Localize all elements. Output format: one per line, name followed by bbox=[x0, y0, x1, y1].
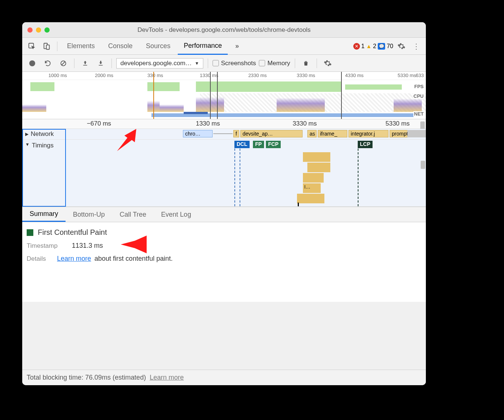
dropdown-caret-icon: ▼ bbox=[195, 61, 199, 66]
inspect-element-icon[interactable] bbox=[25, 40, 39, 53]
tbt-learn-more-link[interactable]: Learn more bbox=[150, 374, 184, 381]
overview-window-handle-left[interactable] bbox=[210, 72, 211, 119]
details-tab-strip: Summary Bottom-Up Call Tree Event Log bbox=[22, 207, 426, 222]
tab-event-log[interactable]: Event Log bbox=[154, 207, 198, 222]
save-profile-icon[interactable] bbox=[94, 57, 107, 70]
window-title: DevTools - developers.google.com/web/too… bbox=[50, 26, 398, 34]
clear-button[interactable] bbox=[57, 57, 70, 70]
record-button[interactable] bbox=[26, 57, 39, 70]
overview-tick: 1000 ms bbox=[49, 73, 67, 78]
lcp-marker[interactable]: LCP bbox=[358, 141, 373, 148]
tab-sources[interactable]: Sources bbox=[140, 38, 176, 55]
status-counts[interactable]: ✕ 1 ▲ 2 💬 70 bbox=[353, 43, 393, 50]
message-count: 70 bbox=[387, 43, 393, 50]
ruler-tick: 1330 ms bbox=[196, 120, 220, 127]
tab-console[interactable]: Console bbox=[102, 38, 138, 55]
cpu-lane-label: CPU bbox=[413, 93, 424, 99]
garbage-collect-icon[interactable] bbox=[300, 57, 312, 70]
dcl-marker[interactable]: DCL bbox=[234, 141, 250, 148]
svg-marker-8 bbox=[121, 236, 147, 253]
network-request-item[interactable]: iframe_ bbox=[318, 130, 347, 137]
overview-window-handle-right[interactable] bbox=[217, 72, 218, 119]
svg-rect-6 bbox=[99, 65, 103, 66]
network-track: ▶ Network chro… f devsite_ap… as iframe_… bbox=[22, 129, 426, 140]
timings-track: ▼ Timings DCL FP FCP LCP l… bbox=[22, 140, 426, 207]
tab-overflow[interactable]: » bbox=[229, 38, 245, 55]
long-task-block[interactable] bbox=[303, 152, 330, 162]
network-request-item[interactable]: devsite_ap… bbox=[240, 130, 303, 137]
capture-settings-icon[interactable] bbox=[321, 57, 334, 70]
fp-marker[interactable]: FP bbox=[253, 141, 264, 148]
maximize-window-button[interactable] bbox=[44, 27, 50, 33]
profile-target-label: developers.google.com… bbox=[120, 60, 192, 67]
performance-toolbar: developers.google.com… ▼ Screenshots Mem… bbox=[22, 55, 426, 72]
dcl-line bbox=[234, 149, 235, 206]
annotation-arrow-icon bbox=[121, 236, 147, 253]
overview-tick: 1330 ms bbox=[200, 73, 218, 78]
timings-track-label: Timings bbox=[32, 142, 54, 149]
close-window-button[interactable] bbox=[27, 27, 33, 33]
overview-tick: 4330 ms bbox=[345, 73, 364, 78]
timings-track-header[interactable]: ▼ Timings bbox=[22, 140, 66, 206]
devtools-window: DevTools - developers.google.com/web/too… bbox=[22, 22, 426, 385]
learn-more-link[interactable]: Learn more bbox=[57, 255, 91, 262]
event-title: First Contentful Paint bbox=[38, 228, 107, 237]
more-menu-icon[interactable]: ⋮ bbox=[410, 40, 423, 53]
expand-icon: ▶ bbox=[25, 131, 29, 137]
network-request-item[interactable]: integrator.j bbox=[348, 130, 388, 137]
blocking-time-footer: Total blocking time: 76.09ms (estimated)… bbox=[22, 370, 426, 385]
reload-record-button[interactable] bbox=[41, 57, 54, 70]
network-request-item[interactable]: f bbox=[233, 130, 239, 137]
profile-target-select[interactable]: developers.google.com… ▼ bbox=[116, 58, 203, 69]
long-task-block[interactable] bbox=[303, 173, 324, 183]
traffic-lights bbox=[27, 27, 50, 33]
lcp-line bbox=[358, 149, 358, 206]
fcp-marker[interactable]: FCP bbox=[266, 141, 281, 148]
overview-cpu-lane: CPU bbox=[22, 93, 426, 112]
load-profile-icon[interactable] bbox=[79, 57, 91, 70]
overview-pane[interactable]: 1000 ms 2000 ms 330 ms 1330 ms 2330 ms 3… bbox=[22, 72, 426, 119]
titlebar: DevTools - developers.google.com/web/too… bbox=[22, 22, 426, 38]
tab-elements[interactable]: Elements bbox=[61, 38, 101, 55]
long-task-block[interactable]: l… bbox=[303, 183, 321, 193]
fp-line bbox=[240, 149, 240, 206]
long-task-block[interactable] bbox=[307, 163, 330, 172]
details-label: Details bbox=[27, 255, 53, 263]
tbt-text: Total blocking time: 76.09ms (estimated) bbox=[27, 374, 146, 381]
network-request-item[interactable]: chro… bbox=[183, 130, 213, 137]
tab-call-tree[interactable]: Call Tree bbox=[112, 207, 154, 222]
collapse-icon: ▼ bbox=[25, 142, 30, 147]
error-icon: ✕ bbox=[353, 43, 360, 50]
overview-nav-start-marker[interactable] bbox=[153, 72, 154, 119]
flame-chart-ruler[interactable]: −670 ms 1330 ms 3330 ms 5330 ms bbox=[22, 119, 426, 129]
screenshots-checkbox[interactable]: Screenshots bbox=[213, 60, 256, 67]
network-track-header[interactable]: ▶ Network bbox=[22, 129, 66, 139]
device-toolbar-icon[interactable] bbox=[40, 40, 53, 53]
svg-marker-7 bbox=[117, 129, 136, 151]
memory-checkbox[interactable]: Memory bbox=[259, 60, 290, 67]
details-body: First Contentful Paint Timestamp 1131.3 … bbox=[22, 222, 426, 370]
error-count: 1 bbox=[361, 43, 365, 50]
request-whisker bbox=[213, 133, 233, 134]
flame-scrollbar[interactable] bbox=[421, 159, 425, 171]
tab-summary[interactable]: Summary bbox=[22, 207, 66, 222]
network-request-item[interactable] bbox=[407, 130, 426, 137]
timestamp-value: 1131.3 ms bbox=[72, 242, 103, 250]
screenshots-label: Screenshots bbox=[221, 60, 256, 67]
settings-icon[interactable] bbox=[395, 40, 408, 53]
overview-fps-lane: FPS bbox=[22, 80, 426, 93]
network-request-item[interactable]: as bbox=[307, 130, 317, 137]
task-tick bbox=[298, 203, 299, 206]
warning-count: 2 bbox=[373, 43, 376, 50]
long-task-block[interactable] bbox=[297, 194, 324, 203]
tab-performance[interactable]: Performance bbox=[178, 38, 228, 55]
details-description: about first contentful paint. bbox=[94, 255, 173, 262]
fps-lane-label: FPS bbox=[414, 84, 424, 89]
tab-bottom-up[interactable]: Bottom-Up bbox=[66, 207, 112, 222]
overview-tick: 2330 ms bbox=[248, 73, 267, 78]
annotation-arrow-icon bbox=[117, 129, 143, 151]
summary-pane: First Contentful Paint Timestamp 1131.3 … bbox=[22, 222, 426, 302]
timestamp-label: Timestamp bbox=[27, 242, 67, 250]
minimize-window-button[interactable] bbox=[36, 27, 41, 33]
svg-rect-5 bbox=[83, 65, 87, 66]
